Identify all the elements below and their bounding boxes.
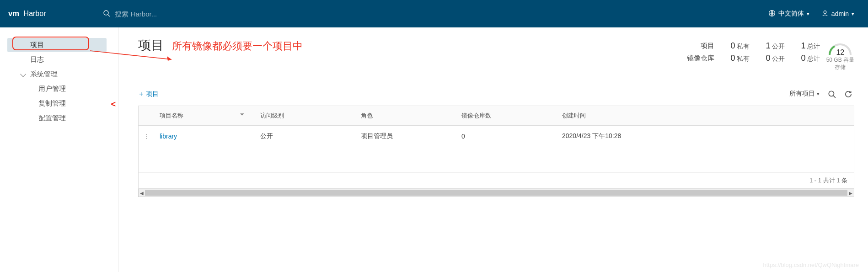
column-actions — [139, 106, 155, 126]
scrollbar-left-arrow[interactable]: ◀ — [139, 189, 145, 197]
search-input[interactable] — [98, 6, 418, 21]
sidebar-item-label: 配置管理 — [38, 114, 66, 123]
summary-cell: 1总计 — [801, 41, 820, 51]
sidebar: 项目 日志 系统管理 用户管理 复制管理 配置管理 < — [0, 27, 119, 272]
user-menu[interactable]: admin ▾ — [821, 10, 854, 18]
summary-cell: 0私有 — [731, 53, 750, 63]
sidebar-item-label: 日志 — [30, 55, 44, 64]
gauge-value: 12 — [828, 48, 852, 57]
storage-gauge: 12 50 GB 容量 存储 — [826, 41, 854, 71]
sidebar-item-label: 系统管理 — [30, 70, 58, 79]
summary-row-label: 镜像仓库 — [687, 54, 714, 63]
language-label: 中文简体 — [778, 10, 804, 18]
table-header-row: 项目名称 访问级别 角色 镜像仓库数 创建时间 — [139, 106, 854, 126]
scrollbar-thumb[interactable] — [145, 190, 847, 196]
global-search — [98, 6, 768, 21]
vm-logo-text: vm — [8, 9, 19, 18]
refresh-button[interactable] — [843, 89, 853, 99]
chevron-down-icon: ▾ — [852, 11, 854, 17]
add-label: 项目 — [146, 90, 159, 98]
refresh-icon — [844, 90, 852, 98]
summary-cell: 0总计 — [801, 53, 820, 63]
gauge-caption-2: 存储 — [826, 64, 854, 71]
brand-name: Harbor — [24, 10, 46, 18]
globe-icon — [768, 10, 776, 18]
summary-row-label: 项目 — [687, 42, 714, 50]
column-name[interactable]: 项目名称 — [155, 106, 256, 126]
main-layout: 项目 日志 系统管理 用户管理 复制管理 配置管理 < 项目 所有镜像都必须要一… — [0, 27, 868, 272]
sidebar-item-system-admin[interactable]: 系统管理 — [7, 67, 107, 81]
chevron-down-icon: ▾ — [807, 11, 809, 17]
user-name: admin — [831, 10, 849, 17]
summary-panel: 项目 0私有 1公开 1总计 镜像仓库 0私有 0公开 0总计 12 50 GB… — [687, 41, 854, 71]
toolbar-right: 所有项目 ▾ — [788, 89, 853, 99]
sidebar-item-projects[interactable]: 项目 — [7, 38, 107, 52]
summary-cell: 1公开 — [766, 41, 785, 51]
brand-logo: vm Harbor — [8, 9, 46, 18]
header-right: 中文简体 ▾ admin ▾ — [768, 10, 860, 18]
search-icon — [828, 90, 836, 98]
toolbar: + 项目 所有项目 ▾ — [138, 89, 854, 103]
watermark: https://blog.csdn.net/QwQNightmare — [763, 261, 859, 268]
table-footer: 1 - 1 共计 1 条 — [139, 173, 854, 188]
sidebar-item-logs[interactable]: 日志 — [7, 53, 107, 67]
chevron-down-icon: ▾ — [817, 91, 820, 97]
sidebar-item-users[interactable]: 用户管理 — [7, 82, 107, 96]
sidebar-item-label: 用户管理 — [38, 85, 66, 93]
summary-grid: 项目 0私有 1公开 1总计 镜像仓库 0私有 0公开 0总计 — [687, 41, 820, 63]
page-content: 项目 所有镜像都必须要一个项目中 项目 0私有 1公开 1总计 镜像仓库 0私有… — [119, 27, 868, 272]
projects-table: 项目名称 访问级别 角色 镜像仓库数 创建时间 ⋮ library 公开 项目管… — [138, 106, 854, 189]
table-row[interactable]: ⋮ library 公开 项目管理员 0 2020/4/23 下午10:28 — [139, 126, 854, 147]
table-blank-row — [139, 147, 854, 173]
project-filter-select[interactable]: 所有项目 ▾ — [788, 89, 820, 99]
summary-cell: 0私有 — [731, 41, 750, 51]
row-actions[interactable]: ⋮ — [139, 126, 155, 147]
app-header: vm Harbor 中文简体 ▾ admin ▾ — [0, 0, 868, 27]
project-link[interactable]: library — [160, 133, 177, 140]
sidebar-item-label: 项目 — [30, 41, 44, 49]
annotation-text: 所有镜像都必须要一个项目中 — [172, 39, 303, 53]
svg-point-6 — [829, 91, 834, 96]
search-icon — [103, 10, 110, 18]
sidebar-item-config[interactable]: 配置管理 — [7, 111, 107, 125]
gauge-caption: 50 GB 容量 — [826, 57, 854, 64]
sidebar-collapse[interactable]: < — [111, 100, 116, 109]
search-projects-button[interactable] — [827, 89, 837, 99]
svg-point-3 — [824, 11, 826, 13]
cell-access: 公开 — [256, 126, 356, 147]
user-icon — [821, 10, 829, 18]
sidebar-item-label: 复制管理 — [38, 99, 66, 108]
column-repos[interactable]: 镜像仓库数 — [457, 106, 557, 126]
column-access[interactable]: 访问级别 — [256, 106, 356, 126]
page-title: 项目 — [138, 37, 164, 54]
language-selector[interactable]: 中文简体 ▾ — [768, 10, 809, 18]
sidebar-item-replication[interactable]: 复制管理 — [7, 96, 107, 111]
cell-role: 项目管理员 — [356, 126, 457, 147]
svg-point-0 — [104, 11, 108, 15]
scrollbar-right-arrow[interactable]: ▶ — [847, 189, 854, 197]
column-created[interactable]: 创建时间 — [557, 106, 854, 126]
cell-repos: 0 — [457, 126, 557, 147]
horizontal-scrollbar[interactable]: ◀ ▶ — [138, 189, 854, 197]
filter-label: 所有项目 — [789, 90, 815, 98]
svg-line-7 — [833, 96, 836, 98]
cell-created: 2020/4/23 下午10:28 — [557, 126, 854, 147]
plus-icon: + — [139, 90, 143, 98]
summary-cell: 0公开 — [766, 53, 785, 63]
svg-line-1 — [108, 15, 110, 16]
add-project-button[interactable]: + 项目 — [139, 90, 159, 98]
column-role[interactable]: 角色 — [356, 106, 457, 126]
